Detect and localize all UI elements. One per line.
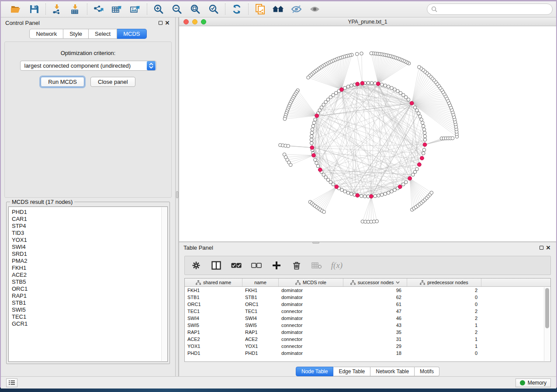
cell-name[interactable]: YOX1 (242, 344, 279, 349)
splitter-grip[interactable] (176, 191, 178, 198)
mcds-result-item[interactable]: TID3 (12, 230, 167, 237)
tab-node-table[interactable]: Node Table (296, 367, 334, 376)
cell-mcds-role[interactable]: dominator (279, 330, 343, 335)
open-session-icon[interactable] (10, 3, 22, 15)
tab-motifs[interactable]: Motifs (415, 367, 439, 376)
mcds-result-item[interactable]: YOX1 (12, 237, 167, 244)
import-table-icon[interactable] (69, 3, 82, 15)
optimization-criterion-select[interactable]: largest connected component (undirected) (20, 61, 156, 71)
zoom-in-icon[interactable] (152, 3, 165, 15)
export-image-icon[interactable] (129, 3, 142, 15)
show-graphics-details-icon[interactable] (309, 3, 321, 15)
cell-name[interactable]: SWI4 (242, 316, 279, 321)
cell-predecessor-nodes[interactable]: 2 (407, 330, 481, 335)
table-row[interactable]: TEC1 TEC1 connector 47 2 (185, 308, 550, 315)
refresh-view-icon[interactable] (231, 3, 243, 15)
table-row[interactable]: STB1 STB1 dominator 62 0 (185, 294, 550, 301)
cell-shared-name[interactable]: SWI4 (185, 316, 242, 321)
export-table-icon[interactable] (111, 3, 123, 15)
float-panel-icon[interactable] (538, 244, 545, 251)
table-row[interactable]: YOX1 YOX1 connector 29 1 (185, 343, 550, 350)
cell-name[interactable]: ACE2 (242, 337, 279, 342)
cell-successor-nodes[interactable]: 29 (343, 344, 407, 349)
zoom-fit-icon[interactable] (189, 3, 201, 15)
float-panel-icon[interactable] (157, 19, 164, 26)
cell-mcds-role[interactable]: dominator (279, 288, 343, 293)
delete-column-icon[interactable] (291, 260, 302, 271)
cell-mcds-role[interactable]: dominator (279, 295, 343, 300)
mcds-result-item[interactable]: RAP1 (12, 292, 167, 299)
column-header-successor-nodes[interactable]: successor nodes (343, 279, 407, 286)
tab-network-table[interactable]: Network Table (370, 367, 415, 376)
cell-mcds-role[interactable]: connector (279, 323, 343, 328)
horizontal-splitter[interactable] (179, 241, 556, 242)
cell-successor-nodes[interactable]: 18 (343, 351, 407, 356)
tab-style[interactable]: Style (63, 29, 89, 39)
node-table[interactable]: shared name name MCDS role (184, 278, 551, 362)
close-panel-icon[interactable]: ✕ (164, 19, 171, 26)
mcds-result-item[interactable]: SRD1 (12, 251, 167, 258)
cell-mcds-role[interactable]: connector (279, 344, 343, 349)
table-scrollbar-thumb[interactable] (545, 288, 549, 328)
mcds-result-item[interactable]: SWI4 (12, 244, 167, 251)
cell-predecessor-nodes[interactable]: 2 (407, 316, 481, 321)
cell-name[interactable]: ORC1 (242, 302, 279, 307)
tab-edge-table[interactable]: Edge Table (333, 367, 370, 376)
export-network-icon[interactable] (93, 3, 105, 15)
column-header-shared-name[interactable]: shared name (185, 279, 242, 286)
first-neighbors-icon[interactable] (272, 3, 284, 15)
cell-name[interactable]: RAP1 (242, 330, 279, 335)
cell-predecessor-nodes[interactable]: 0 (407, 351, 481, 356)
table-row[interactable]: ACE2 ACE2 connector 31 1 (185, 336, 550, 343)
cell-predecessor-nodes[interactable]: 1 (407, 323, 481, 328)
cell-successor-nodes[interactable]: 61 (343, 302, 407, 307)
save-session-icon[interactable] (28, 3, 40, 15)
run-mcds-button[interactable]: Run MCDS (41, 77, 84, 87)
column-settings-icon[interactable] (191, 260, 201, 271)
mcds-result-item[interactable]: CAR1 (12, 216, 167, 223)
mcds-result-item[interactable]: TEC1 (12, 313, 167, 320)
network-graph[interactable] (179, 26, 556, 241)
task-history-button[interactable] (6, 378, 17, 387)
cell-name[interactable]: FKH1 (242, 288, 279, 293)
cell-predecessor-nodes[interactable]: 1 (407, 337, 481, 342)
cell-predecessor-nodes[interactable]: 2 (407, 288, 481, 293)
table-row[interactable]: SWI4 SWI4 dominator 46 2 (185, 315, 550, 322)
network-window-titlebar[interactable]: YPA_prune.txt_1 (179, 17, 556, 26)
hide-graphics-details-icon[interactable] (291, 3, 303, 15)
cell-mcds-role[interactable]: connector (279, 309, 343, 314)
mcds-result-item[interactable]: STB1 (12, 299, 167, 306)
mcds-result-item[interactable]: ORC1 (12, 285, 167, 292)
table-row[interactable]: SWI5 SWI5 connector 43 1 (185, 322, 550, 329)
close-panel-icon[interactable]: ✕ (545, 244, 552, 251)
table-row[interactable]: PHD1 PHD1 dominator 18 0 (185, 350, 550, 357)
tab-network[interactable]: Network (29, 29, 63, 39)
mcds-result-item[interactable]: GCR1 (12, 320, 167, 327)
close-panel-button[interactable]: Close panel (90, 77, 135, 87)
cell-successor-nodes[interactable]: 43 (343, 323, 407, 328)
network-canvas[interactable] (179, 26, 556, 241)
table-scrollbar[interactable] (544, 287, 550, 361)
cell-successor-nodes[interactable]: 96 (343, 288, 407, 293)
cell-predecessor-nodes[interactable]: 0 (407, 295, 481, 300)
cell-shared-name[interactable]: FKH1 (185, 288, 242, 293)
duplicate-network-icon[interactable] (254, 3, 266, 15)
column-header-name[interactable]: name (242, 279, 279, 286)
cell-predecessor-nodes[interactable]: 1 (407, 344, 481, 349)
table-row[interactable]: FKH1 FKH1 dominator 96 2 (185, 287, 550, 294)
deselect-all-icon[interactable] (251, 260, 262, 271)
splitter-grip[interactable] (312, 242, 319, 244)
table-row[interactable]: RAP1 RAP1 dominator 35 2 (185, 329, 550, 336)
tab-select[interactable]: Select (89, 29, 117, 39)
zoom-selected-icon[interactable] (208, 3, 220, 15)
select-all-icon[interactable] (231, 260, 242, 271)
add-column-icon[interactable] (271, 260, 282, 271)
cell-name[interactable]: SWI5 (242, 323, 279, 328)
cell-predecessor-nodes[interactable]: 0 (407, 302, 481, 307)
mcds-result-list[interactable]: PHD1CAR1STP4TID3YOX1SWI4SRD1PMA2FKH1ACE2… (8, 206, 168, 362)
mcds-result-item[interactable]: ACE2 (12, 272, 167, 279)
cell-successor-nodes[interactable]: 47 (343, 309, 407, 314)
memory-button[interactable]: Memory (515, 378, 551, 387)
delete-table-icon[interactable] (311, 260, 322, 271)
cell-successor-nodes[interactable]: 62 (343, 295, 407, 300)
